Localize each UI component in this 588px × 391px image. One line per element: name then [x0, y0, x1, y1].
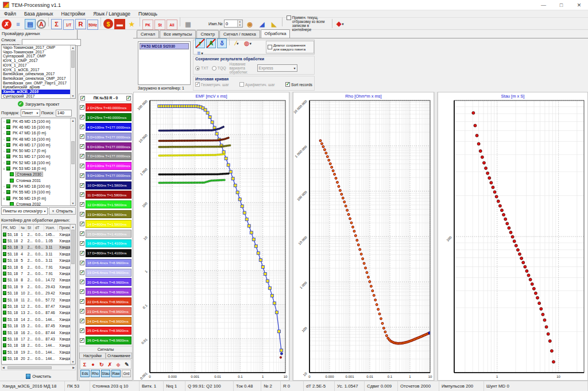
legend-item[interactable]: 9 D=100ns T=177.0000mcs [80, 171, 131, 180]
tree-item[interactable]: ›PK 55 MD 19 {100 m} [2, 189, 70, 195]
legend-item[interactable]: 26 D=6.4mcs T=8.9600ms [80, 335, 131, 345]
apply-rejection-checkbox[interactable] [287, 16, 291, 20]
project-item[interactable]: ЮУК_1_ОМР_2017 [2, 59, 70, 63]
signal-button-Raw[interactable]: Raw [111, 370, 121, 377]
legend-item-checkbox[interactable] [80, 192, 84, 197]
tree-scrollbar[interactable]: ▲ ▼ [70, 118, 75, 206]
scroll-up-icon[interactable]: ▲ [71, 45, 75, 50]
tree-item[interactable]: ∨PK 56 MD 19 {0 m} [2, 195, 70, 201]
sort-records-checkbox[interactable] [285, 82, 290, 87]
table-row[interactable]: 53, 18152...0.0...87.45Ханда... [2, 323, 70, 329]
eraser-icon[interactable]: ◆ [115, 361, 122, 368]
table-row[interactable]: 53, 1842...0.0...3.11Ханда... [2, 251, 70, 257]
table-row[interactable]: 53, 18202...0.0...144...Ханда... [2, 355, 70, 362]
legend-all-checkbox-2[interactable] [126, 96, 131, 100]
chart-edit-icon[interactable]: ◢ [257, 20, 268, 30]
legend-item-checkbox[interactable] [80, 115, 84, 119]
chevron-expanded-icon[interactable]: ∨ [2, 196, 6, 200]
refresh-icon[interactable]: ↻ [98, 361, 105, 368]
legend-item[interactable]: 8 D=100ns T=177.0000mcs [80, 161, 131, 171]
project-item[interactable]: Вилюйская_синеклиза_ОМР_2017 [2, 76, 70, 81]
tree-item[interactable]: ›PK 45 MD 15 {100 m} [2, 118, 70, 124]
table-row[interactable]: 53, 1862...0.0...7.91Ханда... [2, 264, 70, 270]
loaded-records-listbox[interactable]: PK53 MD18 St2030 [138, 41, 191, 85]
project-listbox[interactable]: ▲ ▼ Чаро-Токкинская_2017_ОМРЧаро-Токкинс… [1, 45, 76, 99]
project-item[interactable]: Сунтарский_2017_ОМР [2, 54, 70, 59]
legend-item-checkbox[interactable] [80, 154, 84, 158]
menu-item-Помощь[interactable]: Помощь [134, 11, 161, 17]
star-icon[interactable]: ★ [126, 19, 137, 29]
pulse-device-icon[interactable]: ▦ [183, 19, 194, 29]
search-icon[interactable]: A [37, 20, 46, 29]
legend-item-checkbox[interactable] [80, 212, 84, 216]
legend-item-checkbox[interactable] [80, 280, 84, 284]
table-header-4[interactable]: Усил. [44, 224, 58, 231]
brush-icon[interactable]: ✎ [123, 361, 130, 368]
legend-item-checkbox[interactable] [80, 241, 84, 246]
menu-item-База данных[interactable]: База данных [20, 11, 57, 17]
signal-button-Eds[interactable]: Eds [80, 370, 90, 377]
project-item[interactable]: Куюмбинский_архив [2, 85, 70, 90]
legend-item[interactable]: 25 D=6.4mcs T=8.9600ms [80, 326, 131, 335]
scroll-down-icon[interactable]: ▼ [71, 359, 75, 364]
scrollbar-thumb[interactable] [71, 230, 75, 264]
reject-r-chart-icon[interactable]: r [195, 38, 205, 48]
data-tree-icon[interactable]: ▤ [25, 19, 36, 29]
scroll-up-icon[interactable]: ▲ [71, 224, 75, 229]
menu-item-Настройки[interactable]: Настройки [57, 11, 90, 17]
picket-tree[interactable]: ▲ ▼ ›PK 45 MD 15 {100 m}›PK 46 MD 16 {10… [1, 118, 76, 206]
pk-icon[interactable]: PK [142, 20, 153, 30]
legend-item[interactable]: 18 D=6.4mcs T=8.9600ms [80, 258, 131, 268]
legend-item-checkbox[interactable] [80, 289, 84, 294]
table-hscrollbar[interactable]: ◀ ▶ [1, 365, 76, 370]
legend-item-checkbox[interactable] [80, 222, 84, 226]
table-row[interactable]: 53, 18162...0.0...87.44Ханда... [2, 330, 70, 336]
scrollbar-thumb[interactable] [71, 141, 75, 164]
menu-item-Язык / Language[interactable]: Язык / Language [89, 11, 134, 17]
resistance-icon[interactable]: R [75, 19, 86, 29]
close-button[interactable]: ✕ [570, 0, 588, 10]
legend-item-checkbox[interactable] [80, 202, 84, 207]
legend-item-checkbox[interactable] [80, 144, 84, 149]
chevron-collapsed-icon[interactable]: › [2, 191, 6, 194]
legend-item[interactable]: 21 D=6.4mcs T=8.9600ms [80, 287, 131, 297]
chart-canvas-stau[interactable]: 110100 [438, 99, 587, 380]
menu-item-Файл[interactable]: Файл [0, 11, 20, 17]
table-row[interactable]: 53, 1822...0.0...1.05Ханда... [2, 238, 70, 244]
save-dialog-checkbox[interactable] [268, 45, 272, 49]
geometric-step-checkbox[interactable] [195, 82, 200, 87]
legend-item[interactable]: 24 D=6.4mcs T=8.9600ms [80, 316, 131, 326]
legend-item[interactable]: 4 D=100ns T=177.0000mcs [80, 122, 131, 132]
legend-item-checkbox[interactable] [80, 164, 84, 168]
table-row[interactable]: 53, 1882...0.0...14.72Ханда... [2, 277, 70, 284]
legend-item[interactable]: 3 D=25ns T=40.0000mcs [80, 113, 131, 122]
chart-canvas-rho[interactable]: 00.0000.0010.010.111010 000 0001 000 000… [293, 99, 434, 380]
scroll-left-icon[interactable]: ◀ [2, 366, 5, 369]
legend-item-checkbox[interactable] [80, 319, 84, 323]
tree-item[interactable]: ›PK 48 MD 16 {100 m} [2, 136, 70, 142]
tree-item[interactable]: ›PK 51 MD 17 {100 m} [2, 154, 70, 160]
signals-tab-Сглаживание[interactable]: Сглаживание [106, 353, 132, 358]
legend-item-checkbox[interactable] [80, 134, 84, 139]
delete-icon[interactable]: ✗ [106, 361, 114, 368]
legend-item-checkbox[interactable] [80, 261, 84, 265]
txt-radio[interactable] [195, 66, 200, 71]
impulse-number-input[interactable] [225, 20, 237, 27]
chevron-collapsed-icon[interactable]: › [2, 119, 6, 123]
table-row[interactable]: 53, 1812...0.0...145...Ханда... [2, 231, 70, 238]
legend-item[interactable]: 11 D=800ns T=1.5800ms [80, 190, 131, 200]
rho-chart-panel[interactable]: Rho [Ohm*m x ms]00.0000.0010.010.111010 … [293, 92, 434, 381]
order-select[interactable]: Пикет ▾ [21, 109, 40, 117]
load-project-button[interactable]: ✓ Загрузить проект [16, 100, 62, 108]
tree-item[interactable]: ›PK 49 MD 17 {100 m} [2, 142, 70, 148]
pickets-source-select[interactable]: Пикеты из списка/grp ▾ [1, 207, 48, 215]
scroll-right-icon[interactable]: ▶ [72, 366, 75, 369]
legend-item[interactable]: 5 D=100ns T=177.0000mcs [80, 132, 131, 142]
legend-item[interactable]: 23 D=6.4mcs T=8.9600ms [80, 307, 131, 316]
chevron-expanded-icon[interactable]: ∨ [2, 167, 6, 171]
container-table[interactable]: ▲ ▼ PK, MD№StdTУсил.Проект53, 1812...0.0… [1, 224, 76, 365]
legend-item[interactable]: 14 D=800ns T=1.5800ms [80, 219, 131, 229]
legend-item-checkbox[interactable] [80, 231, 84, 236]
project-item[interactable]: ЮУК_1_мЗСБ_2017 [2, 68, 70, 72]
legend-item[interactable]: 22 D=6.4mcs T=8.9600ms [80, 297, 131, 307]
